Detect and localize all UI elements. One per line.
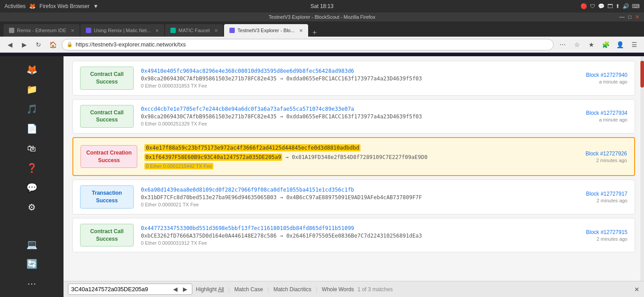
- sidebar-icon-terminal[interactable]: 💻: [23, 235, 41, 253]
- tab-using-remix[interactable]: Using Remix | Matic Net... ✕: [80, 24, 164, 37]
- tx-from-to: 0x31bDF7CFc8d70bed513e27ba9E96d94635065B…: [141, 194, 553, 201]
- tx-from[interactable]: 0x31bDF7CFc8d70bed513e27ba9E96d94635065B…: [141, 194, 276, 201]
- browser-name-label[interactable]: Firefox Web Browser: [39, 3, 89, 9]
- tab-faucet[interactable]: MATIC Faucet ✕: [165, 24, 223, 37]
- sidebar-icon-discord[interactable]: 💬: [23, 179, 41, 197]
- more-options-btn[interactable]: ⋯: [557, 39, 568, 50]
- remix2-favicon: [86, 28, 91, 33]
- menu-btn[interactable]: ☰: [629, 39, 640, 50]
- reload-btn[interactable]: ↻: [33, 39, 44, 50]
- window-controls[interactable]: — □ ✕: [619, 14, 640, 20]
- tab-remix[interactable]: Remix - Ethereum IDE ✕: [4, 24, 80, 37]
- tx-to[interactable]: 0x81A19FD348e2fB54D8f7289109C7E227f09aE9…: [292, 154, 427, 160]
- match-diacritics-btn[interactable]: Match Diacritics: [274, 286, 312, 293]
- whole-words-btn[interactable]: Whole Words: [322, 286, 354, 293]
- find-bar: ◀ ▶ Highlight All | Match Case | Match D…: [64, 281, 644, 297]
- firefox-indicator: 🦊: [29, 3, 36, 9]
- scrollbar-thumb[interactable]: [640, 61, 644, 88]
- highlight-label: Highlight: [196, 286, 218, 293]
- find-close-btn[interactable]: ✕: [634, 286, 640, 293]
- find-input-wrap: ◀ ▶: [68, 284, 192, 295]
- tab-remix2-close[interactable]: ✕: [155, 28, 159, 33]
- tx-to[interactable]: 0xdda0655eF8C1ACC163f173977a4a23D4639f5f…: [286, 113, 422, 120]
- separator-3: |: [316, 286, 317, 293]
- find-prev-btn[interactable]: ◀: [171, 285, 179, 293]
- tx-to[interactable]: 0x4B6cC97aE88975091E9AD19AFeb4cAB737809F…: [286, 194, 422, 201]
- tx-from-to: 0x1f64397F58E60B9c93C40a1247572a035DE205…: [144, 154, 553, 160]
- tx-block: Block #12727934 a minute ago: [560, 110, 627, 122]
- scrollbar[interactable]: [640, 56, 644, 281]
- block-number[interactable]: Block #12727934: [560, 110, 627, 116]
- sidebar-icon-store[interactable]: 🛍: [23, 139, 41, 157]
- block-number[interactable]: Block #12727926: [560, 151, 627, 157]
- badge-line1: Transaction: [86, 189, 128, 197]
- back-btn[interactable]: ◀: [4, 39, 15, 50]
- tx-to[interactable]: 0x26461F075505Ee0836Be7C7d224310256891dE…: [286, 233, 422, 239]
- remix-favicon: [9, 28, 14, 33]
- minimize-btn[interactable]: —: [619, 14, 625, 20]
- url-box[interactable]: 🔒 https://testnetv3-explorer.matic.netwo…: [62, 39, 554, 50]
- block-time: 2 minutes ago: [560, 236, 627, 242]
- tx-arrow: →: [280, 194, 286, 201]
- tab-remix-label: Remix - Ethereum IDE: [17, 28, 66, 33]
- tab-explorer-close[interactable]: ✕: [299, 28, 303, 33]
- url-text: https://testnetv3-explorer.matic.network…: [76, 41, 186, 48]
- block-number[interactable]: Block #12727917: [560, 191, 627, 197]
- maximize-btn[interactable]: □: [628, 14, 631, 20]
- highlight-all-btn[interactable]: Highlight All: [196, 286, 224, 293]
- close-btn[interactable]: ✕: [635, 14, 640, 20]
- find-input[interactable]: [71, 286, 169, 293]
- activities-label[interactable]: Activities: [4, 3, 25, 9]
- tx-hash[interactable]: 0x6a98d1439eaa8e0d8109cd0f282c7966f9f08c…: [141, 187, 553, 193]
- tab-using-remix-label: Using Remix | Matic Net...: [94, 28, 151, 33]
- tx-from[interactable]: 0x98ca2069430C7AfbB95861503e271b78FC82e4…: [141, 113, 276, 120]
- contract-call-badge: Contract Call Success: [80, 67, 134, 90]
- match-case-btn[interactable]: Match Case: [234, 286, 263, 293]
- sidebar-icon-docs[interactable]: 📄: [23, 120, 41, 138]
- block-time: a minute ago: [560, 117, 627, 122]
- tx-from-to: 0xbCE3262fD7666A375D0d164e0A446148E278c5…: [141, 233, 553, 239]
- sidebar-icon-music[interactable]: 🎵: [23, 100, 41, 118]
- sidebar-icon-update[interactable]: 🔄: [23, 255, 41, 273]
- tab-explorer-label: TestnetV3 Explorer - Blo...: [237, 28, 295, 33]
- tx-fee: 0 Ether 0.0000251329 TX Fee: [141, 121, 553, 126]
- tx-hash[interactable]: 0x44772334753300bd551d3698e5bbf13f7ec116…: [141, 225, 553, 231]
- tx-hash[interactable]: 0xccd4cb7e1e7705efc7e244cb8e94a6dc0f3a6a…: [141, 106, 553, 112]
- tx-from-highlighted[interactable]: 0x1f64397F58E60B9c93C40a1247572a035DE205…: [144, 154, 282, 161]
- sidebar-icon-firefox[interactable]: 🦊: [23, 61, 41, 79]
- contract-call-badge: Contract Call Success: [80, 224, 134, 247]
- os-indicator-1: 🔴: [580, 3, 587, 9]
- table-row: Contract Call Success 0xccd4cb7e1e7705ef…: [72, 99, 635, 134]
- contract-creation-badge: Contract Creation Success: [80, 145, 137, 168]
- tx-hash[interactable]: 0x49410e405fc9694ac8296e4e368c08010d9d35…: [141, 68, 553, 74]
- forward-btn[interactable]: ▶: [19, 39, 30, 50]
- tx-arrow: →: [285, 154, 292, 160]
- tab-explorer[interactable]: TestnetV3 Explorer - Blo... ✕: [224, 24, 308, 37]
- find-next-btn[interactable]: ▶: [181, 285, 189, 293]
- tab-remix-close[interactable]: ✕: [71, 28, 74, 33]
- sidebar-icon-help[interactable]: ❓: [23, 159, 41, 177]
- table-row: Contract Creation Success 0x4e17f88a59c2…: [72, 137, 635, 176]
- left-sidebar: 🦊 📁 🎵 📄 🛍 ❓ 💬 ⚙ 💻 🔄 ⋯: [0, 56, 64, 297]
- new-tab-btn[interactable]: +: [309, 29, 320, 37]
- block-number[interactable]: Block #12727915: [560, 229, 627, 235]
- sidebar-icon-settings[interactable]: ⚙: [23, 198, 41, 216]
- bookmark-btn[interactable]: ★: [586, 39, 597, 50]
- block-number[interactable]: Block #12727940: [560, 72, 627, 78]
- highlight-all-label[interactable]: All: [218, 286, 224, 293]
- reader-btn[interactable]: ☆: [572, 39, 582, 50]
- account-btn[interactable]: 👤: [614, 39, 625, 50]
- sidebar-icon-apps[interactable]: ⋯: [23, 275, 41, 293]
- tab-faucet-close[interactable]: ✕: [214, 28, 218, 33]
- tx-to[interactable]: 0xdda0655eF8C1ACC163f173977a4a23D4639f5f…: [286, 75, 422, 82]
- tx-fee: 0 Ether 0.0000021 TX Fee: [141, 202, 553, 207]
- sidebar-icon-files[interactable]: 📁: [23, 80, 41, 98]
- home-btn[interactable]: 🏠: [47, 39, 58, 50]
- extensions-btn[interactable]: 🧩: [600, 39, 611, 50]
- lock-icon: 🔒: [67, 42, 73, 47]
- tx-hash[interactable]: 0x4e17f88a59c23bf75173e972ac4f3666f2ad41…: [144, 144, 360, 151]
- tx-from[interactable]: 0xbCE3262fD7666A375D0d164e0A446148E278c5…: [141, 233, 276, 239]
- os-bar-left: Activities 🦊 Firefox Web Browser ▼: [4, 3, 98, 9]
- tx-from[interactable]: 0x98ca2069430C7AfbB95861503e271b78FC82e4…: [141, 75, 276, 82]
- os-indicator-5: ⬆: [615, 3, 620, 9]
